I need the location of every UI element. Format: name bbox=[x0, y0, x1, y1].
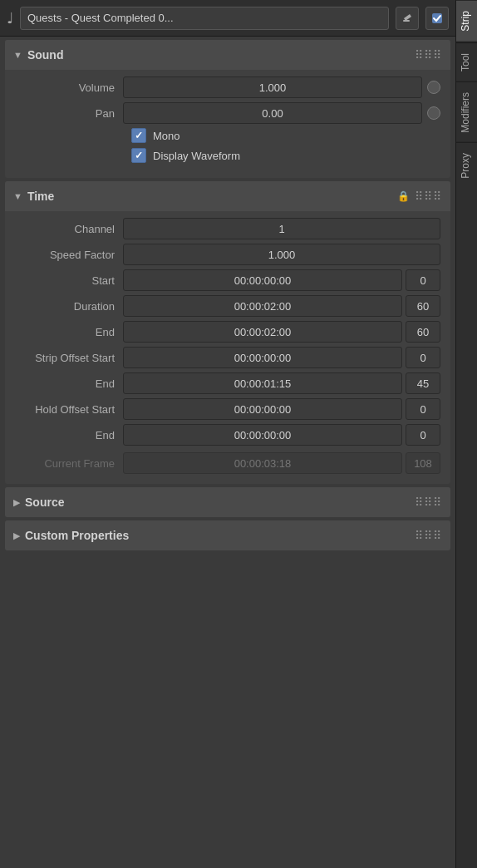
waveform-label: Display Waveform bbox=[153, 150, 240, 162]
time-section-dots[interactable]: ⠿⠿⠿ bbox=[415, 190, 442, 203]
mono-label: Mono bbox=[153, 130, 180, 142]
waveform-row: ✓ Display Waveform bbox=[15, 148, 440, 163]
current-frame-value-input[interactable] bbox=[406, 452, 440, 474]
sound-section: ▼ Sound ⠿⠿⠿ Volume Pan bbox=[5, 40, 450, 178]
volume-input[interactable] bbox=[123, 76, 422, 98]
sound-section-body: Volume Pan ✓ Mono bbox=[5, 70, 450, 178]
volume-dot-button[interactable] bbox=[427, 81, 440, 94]
source-section-title: Source bbox=[25, 496, 415, 509]
start-row: Start bbox=[15, 269, 440, 291]
end-time-input[interactable] bbox=[123, 321, 402, 343]
pan-label: Pan bbox=[15, 107, 123, 120]
strip-offset-end-label: End bbox=[15, 377, 123, 390]
sound-section-dots[interactable]: ⠿⠿⠿ bbox=[415, 48, 442, 62]
source-chevron: ▶ bbox=[13, 497, 20, 508]
hold-offset-start-label: Hold Offset Start bbox=[15, 403, 123, 416]
svg-marker-1 bbox=[404, 14, 411, 21]
channel-label: Channel bbox=[15, 223, 123, 235]
speed-factor-input[interactable] bbox=[123, 244, 440, 265]
source-section-header[interactable]: ▶ Source ⠿⠿⠿ bbox=[5, 487, 450, 517]
waveform-checkbox[interactable]: ✓ bbox=[131, 148, 146, 163]
hold-offset-end-row: End bbox=[15, 424, 440, 446]
check-icon-button[interactable] bbox=[425, 7, 449, 30]
tab-proxy[interactable]: Proxy bbox=[456, 142, 477, 189]
pan-input[interactable] bbox=[123, 102, 422, 124]
pan-row: Pan bbox=[15, 102, 440, 124]
current-frame-time-input[interactable] bbox=[123, 452, 402, 474]
strip-offset-start-label: Strip Offset Start bbox=[15, 352, 123, 364]
music-icon: ♩ bbox=[7, 9, 13, 27]
pan-dot-button[interactable] bbox=[427, 106, 440, 120]
channel-input[interactable] bbox=[123, 218, 440, 239]
tab-tool[interactable]: Tool bbox=[456, 42, 477, 81]
header-title-input[interactable] bbox=[20, 7, 389, 30]
source-section: ▶ Source ⠿⠿⠿ bbox=[5, 487, 450, 517]
channel-row: Channel bbox=[15, 218, 440, 239]
sound-chevron: ▼ bbox=[13, 50, 22, 60]
time-lock-icon[interactable]: 🔒 bbox=[397, 190, 410, 202]
tab-modifiers[interactable]: Modifiers bbox=[456, 81, 477, 143]
custom-properties-chevron: ▶ bbox=[13, 530, 20, 541]
speed-factor-row: Speed Factor bbox=[15, 244, 440, 265]
end-row: End bbox=[15, 321, 440, 343]
hold-offset-start-frame-input[interactable] bbox=[406, 398, 440, 420]
duration-label: Duration bbox=[15, 300, 123, 313]
duration-row: Duration bbox=[15, 295, 440, 317]
strip-offset-start-row: Strip Offset Start bbox=[15, 347, 440, 368]
mono-checkmark: ✓ bbox=[135, 130, 143, 141]
sound-section-title: Sound bbox=[27, 48, 415, 62]
hold-offset-start-time-input[interactable] bbox=[123, 398, 402, 420]
content-area: ▼ Sound ⠿⠿⠿ Volume Pan bbox=[0, 37, 455, 868]
duration-time-input[interactable] bbox=[123, 295, 402, 317]
strip-offset-end-row: End bbox=[15, 372, 440, 394]
custom-properties-section-dots[interactable]: ⠿⠿⠿ bbox=[415, 529, 442, 542]
volume-row: Volume bbox=[15, 76, 440, 98]
sound-section-header[interactable]: ▼ Sound ⠿⠿⠿ bbox=[5, 40, 450, 70]
start-frame-input[interactable] bbox=[406, 269, 440, 291]
mono-checkbox[interactable]: ✓ bbox=[131, 128, 146, 143]
hold-offset-end-label: End bbox=[15, 429, 123, 441]
strip-offset-start-time-input[interactable] bbox=[123, 347, 402, 368]
svg-rect-0 bbox=[403, 20, 410, 22]
start-label: Start bbox=[15, 274, 123, 287]
end-label: End bbox=[15, 326, 123, 338]
start-time-input[interactable] bbox=[123, 269, 402, 291]
time-section-body: Channel Speed Factor Start Duration bbox=[5, 211, 450, 484]
edit-icon-button[interactable] bbox=[396, 7, 419, 30]
duration-frame-input[interactable] bbox=[406, 295, 440, 317]
time-section-title: Time bbox=[27, 190, 397, 203]
end-frame-input[interactable] bbox=[406, 321, 440, 343]
hold-offset-start-row: Hold Offset Start bbox=[15, 398, 440, 420]
strip-offset-start-frame-input[interactable] bbox=[406, 347, 440, 368]
time-chevron: ▼ bbox=[13, 191, 22, 201]
strip-offset-end-frame-input[interactable] bbox=[406, 372, 440, 394]
source-section-dots[interactable]: ⠿⠿⠿ bbox=[415, 496, 442, 509]
waveform-checkmark: ✓ bbox=[135, 150, 143, 161]
header: ♩ bbox=[0, 0, 455, 37]
custom-properties-section: ▶ Custom Properties ⠿⠿⠿ bbox=[5, 520, 450, 550]
current-frame-label: Current Frame bbox=[15, 457, 123, 470]
current-frame-row: Current Frame bbox=[15, 452, 440, 474]
right-sidebar-tabs: Strip Tool Modifiers Proxy bbox=[455, 0, 477, 868]
time-section-header[interactable]: ▼ Time 🔒 ⠿⠿⠿ bbox=[5, 181, 450, 211]
hold-offset-end-frame-input[interactable] bbox=[406, 424, 440, 446]
custom-properties-section-title: Custom Properties bbox=[25, 529, 415, 542]
hold-offset-end-time-input[interactable] bbox=[123, 424, 402, 446]
speed-factor-label: Speed Factor bbox=[15, 249, 123, 261]
tab-strip[interactable]: Strip bbox=[456, 0, 477, 42]
mono-row: ✓ Mono bbox=[15, 128, 440, 143]
strip-offset-end-time-input[interactable] bbox=[123, 372, 402, 394]
time-section: ▼ Time 🔒 ⠿⠿⠿ Channel Speed Factor Sta bbox=[5, 181, 450, 484]
volume-label: Volume bbox=[15, 81, 123, 94]
custom-properties-section-header[interactable]: ▶ Custom Properties ⠿⠿⠿ bbox=[5, 520, 450, 550]
